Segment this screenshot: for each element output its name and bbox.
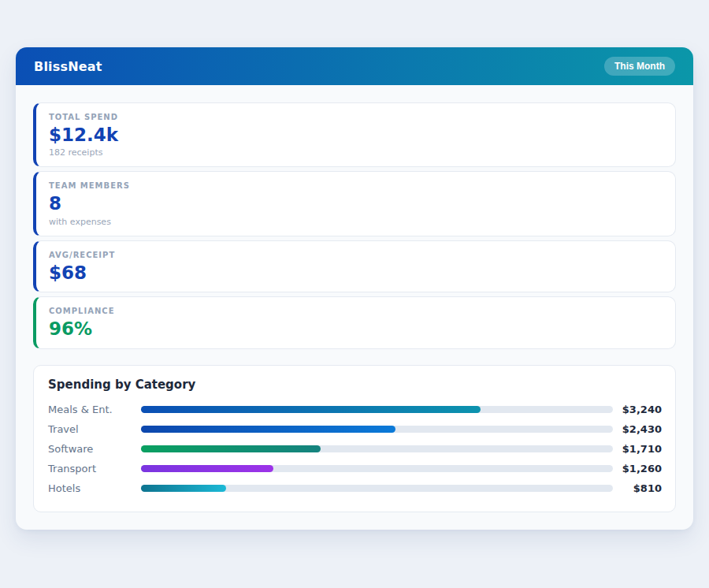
category-bar-track xyxy=(141,406,613,413)
dashboard-content: TOTAL SPEND $12.4k 182 receipts TEAM MEM… xyxy=(16,85,693,530)
category-label: Transport xyxy=(48,463,141,474)
stat-subtext: 182 receipts xyxy=(49,147,663,158)
category-label: Meals & Ent. xyxy=(48,404,141,415)
stat-label: TEAM MEMBERS xyxy=(49,181,663,190)
stat-card-total-spend: TOTAL SPEND $12.4k 182 receipts xyxy=(33,102,676,167)
category-bar-fill xyxy=(141,426,395,433)
category-bar-track xyxy=(141,445,613,452)
category-row-software: Software $1,710 xyxy=(48,443,662,456)
stat-label: AVG/RECEIPT xyxy=(49,251,663,259)
stat-value: $68 xyxy=(49,262,663,283)
category-row-meals: Meals & Ent. $3,240 xyxy=(48,404,662,416)
category-bar-fill xyxy=(141,485,226,492)
category-label: Software xyxy=(48,443,141,455)
category-value: $810 xyxy=(613,482,662,494)
category-bar-fill xyxy=(141,406,481,413)
category-value: $2,430 xyxy=(613,423,662,435)
category-value: $1,260 xyxy=(613,463,662,474)
category-label: Travel xyxy=(48,423,141,435)
app-title: BlissNeat xyxy=(34,59,102,74)
stat-value: $12.4k xyxy=(49,125,663,145)
category-bar-track xyxy=(141,485,613,492)
chart-title: Spending by Category xyxy=(48,378,662,392)
category-bar-fill xyxy=(141,445,321,452)
category-row-transport: Transport $1,260 xyxy=(48,463,662,475)
stat-label: TOTAL SPEND xyxy=(49,113,663,121)
app-header: BlissNeat This Month xyxy=(16,47,693,85)
category-row-hotels: Hotels $810 xyxy=(48,482,662,495)
stat-subtext: with expenses xyxy=(49,217,663,227)
stat-value: 8 xyxy=(49,193,663,214)
category-bar-track xyxy=(141,465,613,472)
category-row-travel: Travel $2,430 xyxy=(48,423,662,436)
category-label: Hotels xyxy=(48,482,141,494)
month-badge[interactable]: This Month xyxy=(604,57,675,76)
stat-label: COMPLIANCE xyxy=(49,307,663,315)
category-bar-fill xyxy=(141,465,273,472)
spending-by-category-card: Spending by Category Meals & Ent. $3,240… xyxy=(33,365,676,512)
stat-card-compliance: COMPLIANCE 96% xyxy=(33,296,676,348)
category-rows: Meals & Ent. $3,240 Travel $2,430 Softwa… xyxy=(48,404,662,495)
category-value: $1,710 xyxy=(613,443,662,455)
dashboard-panel: BlissNeat This Month TOTAL SPEND $12.4k … xyxy=(16,47,693,530)
stat-value: 96% xyxy=(49,318,663,339)
category-value: $3,240 xyxy=(613,404,662,415)
category-bar-track xyxy=(141,426,613,433)
stat-card-avg-receipt: AVG/RECEIPT $68 xyxy=(33,240,676,292)
stat-card-team-members: TEAM MEMBERS 8 with expenses xyxy=(33,171,676,236)
